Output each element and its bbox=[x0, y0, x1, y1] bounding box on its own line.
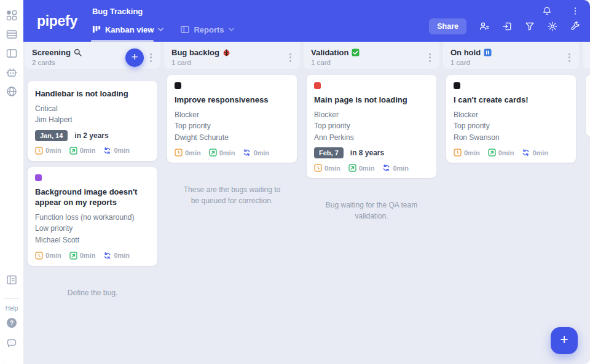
help-circle-icon[interactable]: ? bbox=[7, 318, 17, 328]
time-added-icon bbox=[488, 149, 496, 157]
kanban-card[interactable]: I can't create cards! Blocker Top priori… bbox=[446, 75, 576, 163]
total-time-metric: 0min bbox=[69, 147, 96, 155]
kanban-card[interactable] bbox=[586, 75, 590, 136]
topbar-center: Bug Tracking Kanban view Reports bbox=[92, 0, 429, 42]
pipefy-logo[interactable]: pipefy bbox=[37, 13, 77, 29]
card-label-purple bbox=[35, 174, 42, 181]
card-title: Main page is not loading bbox=[314, 95, 429, 106]
time-added-icon bbox=[69, 252, 77, 260]
chevron-down-icon bbox=[229, 28, 234, 32]
kanban-card[interactable]: Main page is not loading Blocker Top pri… bbox=[307, 75, 436, 178]
card-metrics: 0min 0min 0min bbox=[314, 164, 429, 172]
kanban-card[interactable]: Background image doesn't appear on my re… bbox=[28, 167, 157, 266]
tab-reports[interactable]: Reports bbox=[181, 17, 234, 42]
phase-description: Bug waiting for the QA team validation. bbox=[307, 199, 436, 222]
notifications-bell-icon[interactable] bbox=[542, 6, 552, 16]
tab-label: Reports bbox=[194, 25, 224, 34]
due-relative-text: in 2 years bbox=[74, 131, 108, 140]
card-field: Low priority bbox=[35, 223, 150, 234]
column-menu-icon[interactable] bbox=[425, 51, 435, 64]
card-metrics: 0min 0min 0min bbox=[35, 147, 150, 155]
due-date-badge: Jan, 14 bbox=[35, 130, 68, 141]
total-time-metric: 0min bbox=[69, 252, 96, 260]
column-menu-icon[interactable] bbox=[146, 51, 155, 64]
card-title: Handlebar is not loading bbox=[35, 88, 150, 99]
card-date-row: Jan, 14 in 2 years bbox=[35, 130, 150, 141]
top-bar: pipefy Bug Tracking Kanban view Reports bbox=[23, 0, 590, 42]
time-added-icon bbox=[348, 164, 356, 172]
boards-icon[interactable] bbox=[6, 48, 17, 59]
refresh-icon bbox=[103, 252, 111, 260]
phase-time-metric: 0min bbox=[314, 164, 340, 172]
column-name: Validation bbox=[311, 48, 348, 57]
phase-time-metric: 0min bbox=[175, 149, 201, 157]
time-added-icon bbox=[69, 147, 77, 155]
topbar-row-1 bbox=[542, 6, 580, 16]
card-metrics: 0min 0min 0min bbox=[35, 252, 150, 260]
card-field: Blocker bbox=[454, 109, 568, 121]
column-body: I can't create cards! Blocker Top priori… bbox=[443, 69, 579, 163]
chat-bubble-icon[interactable] bbox=[6, 338, 17, 349]
cycles-metric: 0min bbox=[243, 149, 269, 157]
card-label-black bbox=[454, 82, 460, 89]
check-emoji-icon bbox=[352, 48, 360, 56]
templates-icon[interactable] bbox=[6, 274, 17, 285]
create-card-fab-button[interactable]: + bbox=[551, 327, 578, 354]
share-button[interactable]: Share bbox=[429, 18, 466, 34]
column-body: Improve responsiveness Blocker Top prior… bbox=[164, 69, 300, 206]
column-menu-icon[interactable] bbox=[565, 51, 574, 64]
members-icon[interactable] bbox=[479, 21, 489, 31]
refresh-icon bbox=[382, 164, 390, 172]
kanban-card[interactable]: Handlebar is not loading Critical Jim Ha… bbox=[28, 81, 157, 161]
sidebar-divider bbox=[4, 298, 19, 299]
chevron-down-icon bbox=[158, 28, 163, 32]
kanban-view-icon bbox=[92, 25, 101, 34]
import-export-icon[interactable] bbox=[502, 21, 512, 31]
card-title: Background image doesn't appear on my re… bbox=[35, 187, 150, 208]
more-options-kebab-icon[interactable] bbox=[570, 6, 580, 16]
card-field: Top priority bbox=[454, 120, 568, 132]
filter-funnel-icon[interactable] bbox=[525, 21, 535, 31]
reports-icon bbox=[181, 25, 189, 34]
card-field: Jim Halpert bbox=[35, 114, 150, 126]
kanban-column-bug-backlog: Bug backlog 1 card Improve responsivenes… bbox=[164, 42, 300, 364]
settings-gear-icon[interactable] bbox=[548, 21, 557, 31]
tab-kanban-view[interactable]: Kanban view bbox=[92, 17, 163, 42]
column-name: Screening bbox=[32, 48, 71, 57]
card-label-black bbox=[175, 82, 181, 89]
column-card-count: 2 cards bbox=[32, 59, 82, 66]
clock-icon bbox=[454, 149, 462, 157]
pipe-title: Bug Tracking bbox=[92, 7, 429, 16]
column-menu-icon[interactable] bbox=[286, 51, 295, 64]
card-field: Ann Perkins bbox=[314, 132, 429, 144]
column-card-count: 1 card bbox=[311, 59, 360, 66]
portals-globe-icon[interactable] bbox=[6, 86, 17, 97]
refresh-icon bbox=[103, 147, 111, 155]
phase-time-metric: 0min bbox=[35, 147, 61, 155]
clock-icon bbox=[35, 252, 43, 260]
cycles-metric: 0min bbox=[103, 147, 130, 155]
card-field: Blocker bbox=[175, 109, 289, 121]
card-field: Top priority bbox=[175, 120, 289, 132]
pipes-icon[interactable] bbox=[6, 29, 17, 40]
add-card-button[interactable]: + bbox=[125, 48, 144, 67]
due-relative-text: in 8 years bbox=[350, 149, 384, 157]
card-title: Improve responsiveness bbox=[175, 95, 289, 106]
kanban-column-partial bbox=[583, 42, 590, 364]
refresh-icon bbox=[243, 149, 251, 157]
kanban-column-screening: Screening 2 cards + Handlebar is not loa… bbox=[25, 42, 160, 364]
kanban-card[interactable]: Improve responsiveness Blocker Top prior… bbox=[167, 75, 297, 163]
tab-label: Kanban view bbox=[105, 25, 154, 34]
column-body: Handlebar is not loading Critical Jim Ha… bbox=[25, 69, 160, 298]
phase-time-metric: 0min bbox=[35, 252, 61, 260]
apps-grid-icon[interactable] bbox=[6, 10, 17, 21]
automation-robot-icon[interactable] bbox=[6, 67, 17, 78]
column-header: On hold 1 card bbox=[443, 42, 579, 69]
card-date-row: Feb, 7 in 8 years bbox=[314, 147, 429, 158]
column-header: Validation 1 card bbox=[304, 42, 439, 69]
card-metrics: 0min 0min 0min bbox=[454, 149, 568, 157]
kanban-column-on-hold: On hold 1 card I can't create cards! Bl bbox=[443, 42, 579, 364]
card-field: Function loss (no workaround) bbox=[35, 212, 150, 223]
admin-wrench-icon[interactable] bbox=[570, 21, 580, 31]
pipefy-app: Help ? pipefy Bug Tracking Kanban view bbox=[0, 0, 590, 364]
